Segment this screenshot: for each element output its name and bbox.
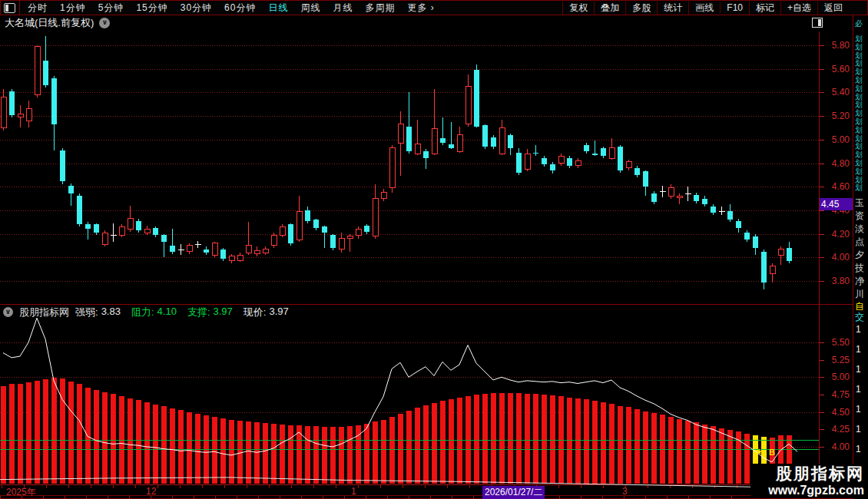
tool-button-叠加[interactable]: 叠加 [594, 2, 625, 15]
indicator-header: ∨ 股朋指标网 强弱:3.83阻力:4.10支撑:3.97现价:3.97 [3, 306, 289, 318]
tool-button-画线[interactable]: 画线 [688, 2, 720, 15]
period-tab-更多 ›[interactable]: 更多 › [401, 2, 440, 15]
period-tab-30分钟[interactable]: 30分钟 [174, 2, 218, 15]
tool-button-统计[interactable]: 统计 [657, 2, 688, 15]
edge-tab2-label: 交 [855, 311, 864, 324]
indicator-price-label: 4.25 [819, 424, 850, 435]
indicator-price-label: 5.00 [819, 372, 850, 382]
period-tab-分时[interactable]: 分时 [22, 2, 54, 15]
chevron-down-icon[interactable]: ∨ [99, 18, 110, 28]
period-tab-60分钟[interactable]: 60分钟 [218, 2, 262, 15]
indicator-price-label: 5.50 [819, 337, 850, 348]
edge-char-column: 玉资淡点夕技净川 [855, 197, 867, 301]
price-label: 5.60 [819, 64, 850, 74]
edge-digit: 1 [856, 324, 861, 335]
period-toolbar: 分时1分钟5分钟15分钟30分钟60分钟日线周线月线多周期更多 › 复权叠加多股… [0, 0, 868, 15]
price-label: 4.80 [819, 158, 850, 169]
indicator-field: 现价:3.97 [244, 306, 289, 319]
stock-title: 大名城(日线.前复权) [5, 16, 94, 30]
indicator-name: 股朋指标网 [19, 306, 69, 319]
time-tick-label: 3 [622, 486, 628, 497]
edge-glyph-column: 划划划划划划划划划划划划划划划划划划划 [855, 35, 867, 193]
edge-digit: 1 [856, 364, 861, 375]
right-edge-panel: 必 划划划划划划划划划划划划划划划划划划划 玉资淡点夕技净川 自 交 11111… [853, 0, 868, 499]
indicator-price-label: 4.00 [819, 441, 850, 452]
indicator-values: 强弱:3.83阻力:4.10支撑:3.97现价:3.97 [75, 306, 289, 319]
toolbar-divider [19, 1, 20, 15]
tool-button-复权[interactable]: 复权 [562, 2, 594, 15]
main-candles [1, 36, 792, 289]
price-label: 5.20 [819, 111, 850, 121]
price-label: 4.00 [819, 252, 850, 263]
edge-digit: 1 [856, 404, 861, 415]
price-label: 4.60 [819, 181, 850, 192]
time-tick-label: 2025年 [6, 486, 36, 499]
indicator-price-label: 4.75 [819, 389, 850, 400]
svg-text:B: B [769, 448, 775, 457]
period-tab-15分钟[interactable]: 15分钟 [130, 2, 174, 15]
watermark-url: www.7gpzb.com [750, 483, 864, 497]
edge-digit: 1 [856, 344, 861, 355]
price-label: 4.20 [819, 229, 850, 240]
tool-button-F10[interactable]: F10 [720, 2, 749, 13]
trading-app-window: ★B 分时1分钟5分钟15分钟30分钟60分钟日线周线月线多周期更多 › 复权叠… [0, 0, 868, 499]
edge-digit: 1 [856, 384, 861, 395]
period-tab-5分钟[interactable]: 5分钟 [92, 2, 131, 15]
edge-digit: 1 [856, 424, 861, 435]
period-menu: 分时1分钟5分钟15分钟30分钟60分钟日线周线月线多周期更多 › [22, 1, 441, 15]
watermark: 股朋指标网 www.7gpzb.com [750, 464, 866, 498]
layout-toggle-icon[interactable] [4, 3, 15, 13]
indicator-field: 支撑:3.97 [187, 306, 233, 319]
indicator-field: 阻力:4.10 [131, 306, 177, 319]
watermark-site-name: 股朋指标网 [750, 464, 864, 483]
current-price-tag: 4.45 [820, 198, 854, 210]
tool-button-返回[interactable]: 返回 [817, 2, 849, 15]
price-label: 5.40 [819, 87, 850, 97]
edge-glyph: 必 [855, 18, 863, 29]
period-tab-日线[interactable]: 日线 [262, 2, 294, 15]
window-restore-icon[interactable] [812, 18, 823, 28]
price-label: 5.80 [819, 40, 850, 51]
tools-menu: 复权叠加多股统计画线F10标记+自选返回 [562, 1, 849, 15]
time-tick-label: 1 [351, 486, 356, 497]
indicator-price-label: 4.50 [819, 407, 850, 418]
tool-button-标记[interactable]: 标记 [749, 2, 780, 15]
indicator-bars [1, 378, 792, 484]
chevron-down-icon[interactable]: ∨ [3, 307, 13, 317]
time-axis-ticks [1, 485, 840, 499]
period-tab-月线[interactable]: 月线 [326, 2, 359, 15]
indicator-price-label: 5.25 [819, 355, 850, 365]
main-gridlines [0, 46, 824, 282]
indicator-field: 强弱:3.83 [75, 306, 121, 319]
svg-text:★: ★ [755, 447, 763, 456]
time-tick-label: 12 [146, 486, 156, 497]
period-tab-多周期[interactable]: 多周期 [359, 2, 401, 15]
edge-digit: 1 [856, 444, 861, 454]
chart-titlebar: 大名城(日线.前复权) ∨ [0, 15, 110, 31]
period-tab-周线[interactable]: 周线 [294, 2, 326, 15]
price-label: 5.00 [819, 134, 850, 145]
tool-button-+自选[interactable]: +自选 [780, 2, 817, 15]
period-tab-1分钟[interactable]: 1分钟 [54, 2, 92, 15]
tool-button-多股[interactable]: 多股 [625, 2, 657, 15]
chart-canvas[interactable]: ★B [0, 0, 868, 499]
selected-date-label: 2026/01/27/二 [482, 486, 545, 499]
price-label: 3.80 [819, 276, 850, 286]
